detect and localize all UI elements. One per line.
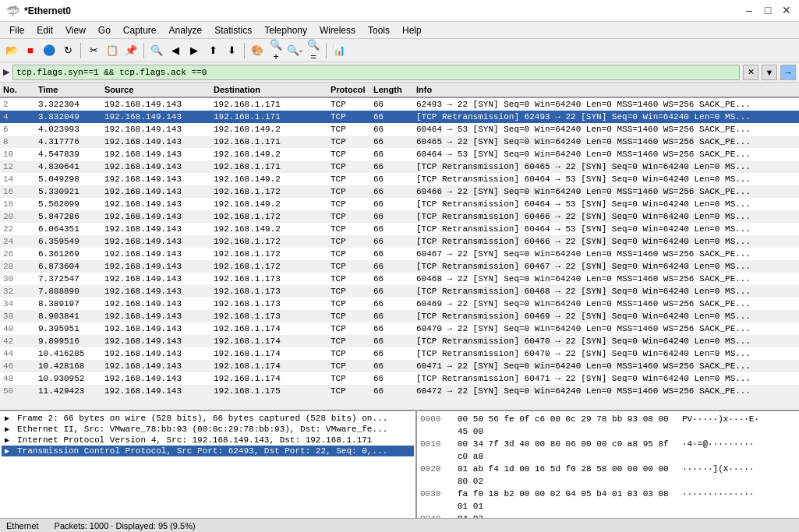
detail-text: Transmission Control Protocol, Src Port:…	[17, 446, 387, 456]
restart-button[interactable]: 🔵	[41, 42, 58, 59]
menu-item-statistics[interactable]: Statistics	[208, 22, 258, 39]
menu-item-wireless[interactable]: Wireless	[313, 22, 362, 39]
table-row[interactable]: 44 10.416285 192.168.149.143 192.168.1.1…	[0, 347, 799, 360]
table-row[interactable]: 40 9.395951 192.168.149.143 192.168.1.17…	[0, 322, 799, 335]
menu-item-file[interactable]: File	[3, 22, 30, 39]
table-row[interactable]: 22 6.064351 192.168.149.143 192.168.149.…	[0, 223, 799, 235]
cell-destination: 192.168.1.172	[214, 249, 331, 259]
forward-button[interactable]: ▶	[186, 42, 203, 59]
table-row[interactable]: 4 3.832049 192.168.149.143 192.168.1.171…	[0, 111, 799, 123]
table-row[interactable]: 30 7.372547 192.168.149.143 192.168.1.17…	[0, 273, 799, 285]
hex-offset: 0000	[420, 413, 451, 438]
table-row[interactable]: 48 10.930952 192.168.149.143 192.168.1.1…	[0, 372, 799, 385]
menu-item-help[interactable]: Help	[396, 22, 428, 39]
cell-time: 9.899516	[38, 336, 104, 346]
table-row[interactable]: 18 5.562099 192.168.149.143 192.168.149.…	[0, 198, 799, 210]
paste-button[interactable]: 📌	[122, 42, 140, 59]
table-row[interactable]: 42 9.899516 192.168.149.143 192.168.1.17…	[0, 335, 799, 347]
cell-source: 192.168.149.143	[104, 299, 214, 308]
table-row[interactable]: 20 5.847286 192.168.149.143 192.168.1.17…	[0, 210, 799, 223]
zoom-out-button[interactable]: 🔍-	[286, 42, 303, 59]
menu-item-telephony[interactable]: Telephony	[258, 22, 313, 39]
cell-protocol: TCP	[331, 336, 373, 346]
col-header-length[interactable]: Length	[373, 85, 416, 94]
back-button[interactable]: ◀	[167, 42, 184, 59]
cell-time: 8.389197	[38, 299, 104, 308]
table-row[interactable]: 2 3.322304 192.168.149.143 192.168.1.171…	[0, 98, 799, 111]
cell-protocol: TCP	[331, 299, 373, 308]
table-row[interactable]: 24 6.359549 192.168.149.143 192.168.1.17…	[0, 235, 799, 248]
zoom-in-button[interactable]: 🔍+	[267, 42, 285, 59]
table-row[interactable]: 46 10.428168 192.168.149.143 192.168.1.1…	[0, 360, 799, 372]
col-header-destination[interactable]: Destination	[214, 85, 331, 94]
menu-item-view[interactable]: View	[59, 22, 92, 39]
copy-button[interactable]: 📋	[104, 42, 121, 59]
col-header-source[interactable]: Source	[104, 85, 214, 94]
colorize-button[interactable]: 🎨	[249, 42, 266, 59]
stop-button[interactable]: ■	[22, 42, 39, 59]
cell-no: 50	[3, 386, 38, 396]
open-button[interactable]: 📂	[3, 42, 20, 59]
detail-panel[interactable]: ▶Frame 2: 66 bytes on wire (528 bits), 6…	[0, 411, 417, 532]
cell-info: [TCP Retransmission] 60465 → 22 [SYN] Se…	[416, 162, 796, 171]
cell-time: 11.429423	[38, 386, 104, 396]
col-header-no[interactable]: No.	[3, 85, 38, 94]
detail-row[interactable]: ▶Frame 2: 66 bytes on wire (528 bits), 6…	[2, 413, 414, 424]
table-row[interactable]: 14 5.049298 192.168.149.143 192.168.149.…	[0, 173, 799, 185]
detail-row[interactable]: ▶Internet Protocol Version 4, Src: 192.1…	[2, 435, 414, 446]
detail-row[interactable]: ▶Transmission Control Protocol, Src Port…	[2, 446, 414, 456]
menu-item-analyze[interactable]: Analyze	[163, 22, 209, 39]
prev-packet-button[interactable]: ⬇	[223, 42, 240, 59]
col-header-info[interactable]: Info	[416, 85, 783, 94]
filter-bookmark-button[interactable]: ▼	[762, 65, 777, 80]
menu-item-capture[interactable]: Capture	[117, 22, 163, 39]
table-row[interactable]: 28 6.873604 192.168.149.143 192.168.1.17…	[0, 260, 799, 273]
table-row[interactable]: 6 4.023993 192.168.149.143 192.168.149.2…	[0, 123, 799, 136]
cell-source: 192.168.149.143	[104, 274, 214, 284]
resize-columns-button[interactable]: 📊	[331, 42, 348, 59]
filter-input[interactable]: tcp.flags.syn==1 && tcp.flags.ack ==0	[12, 65, 740, 80]
cut-button[interactable]: ✂	[85, 42, 102, 59]
filter-clear-button[interactable]: ✕	[743, 65, 758, 80]
autoscroll-button[interactable]: ↻	[59, 42, 76, 59]
cell-no: 32	[3, 287, 38, 296]
table-row[interactable]: 50 11.429423 192.168.149.143 192.168.1.1…	[0, 385, 799, 397]
cell-source: 192.168.149.143	[104, 312, 214, 321]
packet-list[interactable]: 2 3.322304 192.168.149.143 192.168.1.171…	[0, 98, 799, 410]
hex-bytes: 00 34 7f 3d 40 00 80 06 00 00 c0 a8 95 8…	[458, 438, 676, 463]
filter-apply-button[interactable]: →	[780, 65, 796, 80]
zoom-reset-button[interactable]: 🔍=	[305, 42, 322, 59]
cell-length: 66	[373, 237, 416, 246]
menu-item-tools[interactable]: Tools	[362, 22, 396, 39]
cell-length: 66	[373, 386, 416, 396]
table-row[interactable]: 12 4.830641 192.168.149.143 192.168.1.17…	[0, 160, 799, 173]
menu-item-go[interactable]: Go	[92, 22, 117, 39]
menu-item-edit[interactable]: Edit	[30, 22, 59, 39]
col-header-time[interactable]: Time	[38, 85, 104, 94]
detail-row[interactable]: ▶Ethernet II, Src: VMware_78:bb:93 (00:0…	[2, 424, 414, 435]
minimize-button[interactable]: –	[743, 5, 755, 17]
hex-panel: 000000 50 56 fe 0f c6 00 0c 29 78 bb 93 …	[417, 411, 799, 532]
cell-no: 2	[3, 100, 38, 109]
table-row[interactable]: 16 5.330921 192.168.149.143 192.168.1.17…	[0, 185, 799, 198]
col-header-protocol[interactable]: Protocol	[331, 85, 373, 94]
maximize-button[interactable]: □	[762, 5, 774, 17]
cell-destination: 192.168.1.171	[214, 100, 331, 109]
table-row[interactable]: 26 6.361269 192.168.149.143 192.168.1.17…	[0, 248, 799, 260]
cell-info: [TCP Retransmission] 60464 → 53 [SYN] Se…	[416, 224, 796, 234]
table-row[interactable]: 32 7.888890 192.168.149.143 192.168.1.17…	[0, 285, 799, 298]
close-button[interactable]: ✕	[780, 5, 793, 17]
table-row[interactable]: 34 8.389197 192.168.149.143 192.168.1.17…	[0, 298, 799, 310]
cell-no: 10	[3, 150, 38, 159]
table-row[interactable]: 38 8.903841 192.168.149.143 192.168.1.17…	[0, 310, 799, 322]
table-row[interactable]: 8 4.317776 192.168.149.143 192.168.1.171…	[0, 136, 799, 148]
cell-info: [TCP Retransmission] 60470 → 22 [SYN] Se…	[416, 336, 796, 346]
cell-time: 4.317776	[38, 137, 104, 146]
cell-destination: 192.168.1.174	[214, 361, 331, 371]
cell-source: 192.168.149.143	[104, 100, 214, 109]
find-button[interactable]: 🔍	[148, 42, 165, 59]
cell-info: [TCP Retransmission] 62493 → 22 [SYN] Se…	[416, 112, 796, 122]
cell-length: 66	[373, 162, 416, 171]
table-row[interactable]: 10 4.547839 192.168.149.143 192.168.149.…	[0, 148, 799, 160]
go-to-packet-button[interactable]: ⬆	[204, 42, 221, 59]
